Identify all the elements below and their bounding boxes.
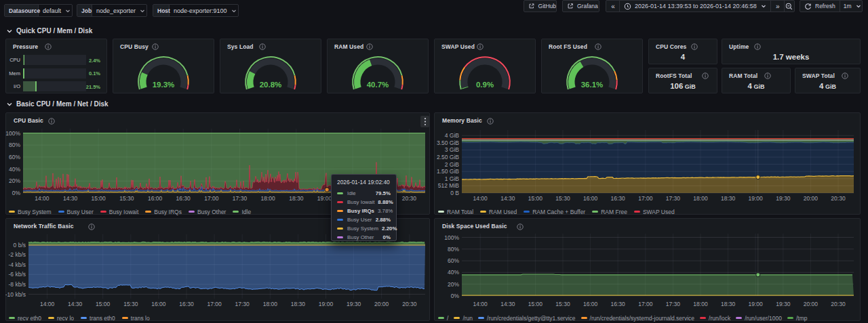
svg-text:18:30: 18:30 [291,301,306,307]
svg-text:40.7%: 40.7% [367,81,389,89]
svg-text:15:30: 15:30 [123,301,138,307]
svg-text:40%: 40% [448,269,459,276]
svg-text:60%: 60% [9,154,20,160]
svg-text:2.50 GiB: 2.50 GiB [437,154,459,160]
svg-text:19:00: 19:00 [749,301,764,307]
svg-text:15:00: 15:00 [96,301,111,307]
svg-text:18:30: 18:30 [721,301,736,307]
svg-text:19:30: 19:30 [776,301,791,307]
svg-text:14:00: 14:00 [40,301,55,307]
svg-text:17:30: 17:30 [666,301,681,307]
svg-text:16:00: 16:00 [583,195,598,202]
svg-text:17:00: 17:00 [204,195,219,202]
svg-text:17:30: 17:30 [666,195,681,202]
svg-text:16:00: 16:00 [583,301,598,307]
svg-text:100%: 100% [5,130,20,137]
svg-text:15:00: 15:00 [528,195,543,202]
svg-text:20%: 20% [448,281,459,288]
svg-text:-6 kb/s: -6 kb/s [8,271,26,278]
svg-text:15:00: 15:00 [528,301,543,307]
svg-text:3.50 GiB: 3.50 GiB [437,139,459,146]
svg-text:17:00: 17:00 [207,301,222,307]
svg-text:14:30: 14:30 [68,301,83,307]
svg-text:15:00: 15:00 [92,195,106,202]
svg-text:16:30: 16:30 [611,195,626,202]
svg-text:14:00: 14:00 [473,195,488,202]
svg-text:18:30: 18:30 [721,195,736,202]
svg-text:18:00: 18:00 [261,195,276,202]
svg-text:60%: 60% [448,257,459,264]
svg-text:18:30: 18:30 [289,195,304,202]
svg-text:2 GiB: 2 GiB [445,161,460,168]
svg-text:-4 kb/s: -4 kb/s [8,261,26,268]
svg-text:0%: 0% [12,190,21,196]
svg-text:512 MiB: 512 MiB [438,182,460,189]
svg-text:14:00: 14:00 [473,301,488,307]
svg-text:17:00: 17:00 [638,301,653,307]
svg-text:14:30: 14:30 [500,301,515,307]
svg-text:17:30: 17:30 [233,195,248,202]
svg-text:14:00: 14:00 [35,195,50,202]
svg-text:19:00: 19:00 [749,195,764,202]
svg-text:0 b/s: 0 b/s [14,242,26,249]
svg-text:20:00: 20:00 [804,195,818,202]
svg-text:16:00: 16:00 [151,301,166,307]
svg-text:20:00: 20:00 [804,301,818,307]
svg-text:4 GiB: 4 GiB [445,132,460,139]
svg-text:1 GiB: 1 GiB [445,175,460,182]
svg-text:80%: 80% [448,246,459,253]
svg-text:20:30: 20:30 [831,301,846,307]
svg-text:16:30: 16:30 [611,301,626,307]
svg-text:0%: 0% [451,293,460,299]
svg-text:15:30: 15:30 [555,301,570,307]
svg-text:20:30: 20:30 [402,195,417,202]
svg-text:-2 kb/s: -2 kb/s [8,251,26,258]
svg-text:20:30: 20:30 [402,301,417,307]
svg-text:-10 kb/s: -10 kb/s [5,291,26,298]
svg-text:1.50 GiB: 1.50 GiB [437,168,459,175]
svg-text:3 GiB: 3 GiB [445,146,460,153]
svg-text:100%: 100% [444,234,459,241]
svg-text:16:30: 16:30 [179,301,194,307]
svg-text:17:00: 17:00 [638,195,653,202]
svg-text:14:30: 14:30 [500,195,515,202]
svg-text:19.3%: 19.3% [153,81,175,89]
svg-text:19:00: 19:00 [319,301,334,307]
svg-text:14:30: 14:30 [63,195,78,202]
svg-text:20:30: 20:30 [831,195,846,202]
svg-text:0.9%: 0.9% [476,81,494,89]
svg-text:0 B: 0 B [450,190,459,196]
svg-text:15:30: 15:30 [555,195,570,202]
svg-text:40%: 40% [9,166,20,173]
svg-text:18:00: 18:00 [263,301,278,307]
svg-text:17:30: 17:30 [235,301,250,307]
svg-text:20:00: 20:00 [374,301,389,307]
svg-text:16:30: 16:30 [176,195,191,202]
svg-text:20.8%: 20.8% [260,81,282,89]
svg-text:36.1%: 36.1% [581,81,604,89]
svg-text:15:30: 15:30 [119,195,134,202]
svg-text:16:00: 16:00 [148,195,163,202]
svg-text:18:00: 18:00 [693,195,708,202]
svg-text:19:30: 19:30 [776,195,791,202]
svg-text:80%: 80% [9,142,20,148]
svg-text:-8 kb/s: -8 kb/s [8,281,26,288]
svg-text:18:00: 18:00 [693,301,708,307]
svg-text:20%: 20% [9,177,20,184]
svg-text:19:00: 19:00 [317,195,332,202]
svg-text:19:30: 19:30 [347,301,361,307]
